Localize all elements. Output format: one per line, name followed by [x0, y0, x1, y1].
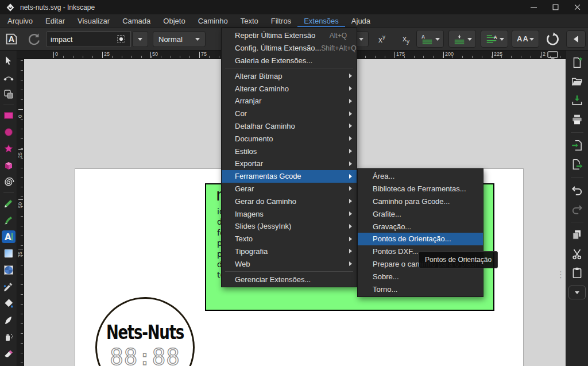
- subscript-icon[interactable]: xy: [396, 32, 416, 46]
- ruler-major-tick: [18, 149, 23, 150]
- menu-item-area[interactable]: Área...: [358, 170, 483, 183]
- menu-item-slides-jessyink[interactable]: Slides (JessyInk): [222, 220, 357, 233]
- spiral-tool[interactable]: [2, 176, 16, 188]
- menu-item-gravacao[interactable]: Gravação...: [358, 220, 483, 233]
- more-commands-dropdown[interactable]: [568, 286, 586, 299]
- menubar-item-extensoes[interactable]: Extensões: [297, 14, 345, 27]
- selector-tool[interactable]: [2, 55, 16, 67]
- menu-item-label: Alterar Bitmap: [235, 72, 282, 80]
- pencil-tool[interactable]: [2, 197, 16, 210]
- copy-button[interactable]: [571, 229, 583, 241]
- font-selector-icon[interactable]: A: [4, 32, 19, 47]
- menu-item-alterar-caminho[interactable]: Alterar Caminho: [222, 82, 357, 95]
- node-editor-tool[interactable]: [2, 71, 16, 84]
- print-button[interactable]: [571, 113, 583, 126]
- menu-item-documento[interactable]: Documento: [222, 132, 357, 145]
- submenu-arrow-icon: [349, 237, 352, 241]
- refresh-icon[interactable]: [26, 32, 41, 47]
- dropper-tool[interactable]: [2, 280, 16, 293]
- menu-item-biblioteca-de-ferramentas[interactable]: Biblioteca de Ferramentas...: [358, 183, 483, 195]
- nets-nuts-logo[interactable]: Nets-Nuts 88:88: [95, 297, 195, 366]
- menu-item-gerar-do-caminho[interactable]: Gerar do Caminho: [222, 195, 357, 207]
- letter-spacing-dropdown[interactable]: [448, 30, 476, 48]
- selection-indicator-icon: [116, 34, 126, 44]
- minimize-button[interactable]: [523, 0, 544, 14]
- save-button[interactable]: [571, 94, 583, 107]
- menu-item-gerenciar-extensoes[interactable]: Gerenciar Extensões...: [222, 273, 357, 286]
- font-family-dropdown-button[interactable]: [132, 31, 148, 47]
- spray-tool[interactable]: [2, 330, 16, 343]
- svg-text:A: A: [421, 34, 424, 40]
- commands-overflow-grip[interactable]: ⋮: [556, 269, 565, 280]
- import-button[interactable]: [571, 139, 583, 152]
- menu-item-imagens[interactable]: Imagens: [222, 207, 357, 220]
- rectangle-tool[interactable]: [2, 109, 16, 122]
- text-rotation-icon[interactable]: [544, 32, 559, 47]
- menu-item-gerar[interactable]: Gerar: [222, 183, 357, 195]
- menubar-item-filtros[interactable]: Filtros: [265, 14, 297, 27]
- tweak-tool[interactable]: [2, 314, 16, 326]
- menubar-item-camada[interactable]: Camada: [116, 14, 157, 27]
- calligraphy-tool[interactable]: [2, 214, 16, 226]
- ellipse-tool[interactable]: [2, 126, 16, 138]
- menu-item-estilos[interactable]: Estilos: [222, 145, 357, 157]
- new-document-button[interactable]: [571, 56, 583, 69]
- menu-item-pontos-de-orientacao[interactable]: Pontos de Orientação...: [358, 233, 483, 245]
- menu-item-sobre[interactable]: Sobre...: [358, 270, 483, 283]
- svg-text:A: A: [5, 232, 11, 242]
- menubar-item-objeto[interactable]: Objeto: [157, 14, 191, 27]
- redo-button[interactable]: [571, 203, 583, 215]
- display-units-icon[interactable]: [547, 51, 560, 59]
- collapse-panel-button[interactable]: [566, 30, 586, 48]
- menu-item-detalhar-caminho[interactable]: Detalhar Caminho: [222, 120, 357, 133]
- text-tool[interactable]: A: [2, 230, 16, 243]
- paint-bucket-tool[interactable]: [2, 297, 16, 310]
- menu-item-torno[interactable]: Torno...: [358, 283, 483, 295]
- font-family-input[interactable]: impact: [46, 31, 131, 47]
- menubar-item-caminho[interactable]: Caminho: [192, 14, 234, 27]
- star-tool[interactable]: [2, 142, 16, 155]
- menu-item-exportar[interactable]: Exportar: [222, 157, 357, 170]
- box-3d-tool[interactable]: [2, 159, 16, 172]
- menu-item-config-ultima-extensao[interactable]: Config. Última Extensão...Shift+Alt+Q: [222, 42, 357, 55]
- submenu-arrow-icon: [349, 261, 352, 266]
- text-orientation-dropdown[interactable]: AA: [512, 30, 539, 48]
- menu-item-tipografia[interactable]: Tipografia: [222, 245, 357, 258]
- ruler-major-tick: [394, 52, 395, 58]
- menu-item-web[interactable]: Web: [222, 257, 357, 270]
- paste-button[interactable]: [571, 267, 583, 279]
- menu-item-grafite[interactable]: Grafite...: [358, 207, 483, 220]
- mesh-gradient-tool[interactable]: [2, 264, 16, 276]
- menubar-item-arquivo[interactable]: Arquivo: [1, 14, 39, 27]
- menu-item-repetir-ultima-extensao[interactable]: Repetir Última ExtensãoAlt+Q: [222, 29, 357, 42]
- close-button[interactable]: [566, 0, 588, 14]
- undo-button[interactable]: [571, 184, 583, 197]
- menu-item-texto[interactable]: Texto: [222, 233, 357, 245]
- maximize-button[interactable]: [544, 0, 566, 14]
- menu-item-caminho-para-gcode[interactable]: Caminho para Gcode...: [358, 195, 483, 208]
- gradient-tool[interactable]: [2, 247, 16, 260]
- menu-item-cor[interactable]: Cor: [222, 107, 357, 120]
- shape-builder-tool[interactable]: [2, 88, 16, 101]
- submenu-arrow-icon: [349, 186, 352, 191]
- open-button[interactable]: [571, 75, 583, 88]
- menubar-item-editar[interactable]: Editar: [39, 14, 71, 27]
- menu-item-galeria-de-extensoes[interactable]: Galeria de Extensões...: [222, 55, 357, 67]
- eraser-tool[interactable]: [2, 347, 16, 360]
- menu-separator: [222, 270, 357, 273]
- menu-item-alterar-bitmap[interactable]: Alterar Bitmap: [222, 70, 357, 82]
- menu-item-arranjar[interactable]: Arranjar: [222, 95, 357, 107]
- menu-item-label: Grafite...: [373, 210, 401, 218]
- menu-item-ferramentas-gcode[interactable]: Ferramentas Gcode: [222, 170, 357, 183]
- word-spacing-dropdown[interactable]: A: [481, 30, 508, 48]
- line-spacing-dropdown[interactable]: A: [416, 30, 444, 48]
- menubar-item-visualizar[interactable]: Visualizar: [71, 14, 116, 27]
- font-style-select[interactable]: Normal: [153, 31, 206, 47]
- menubar-item-texto[interactable]: Texto: [234, 14, 265, 27]
- superscript-icon[interactable]: xy: [372, 32, 392, 46]
- menubar-item-ajuda[interactable]: Ajuda: [345, 14, 377, 27]
- vertical-ruler[interactable]: 0255075: [17, 59, 24, 366]
- cut-button[interactable]: [571, 248, 583, 260]
- menu-item-label: Cor: [235, 109, 247, 118]
- export-button[interactable]: [571, 158, 583, 171]
